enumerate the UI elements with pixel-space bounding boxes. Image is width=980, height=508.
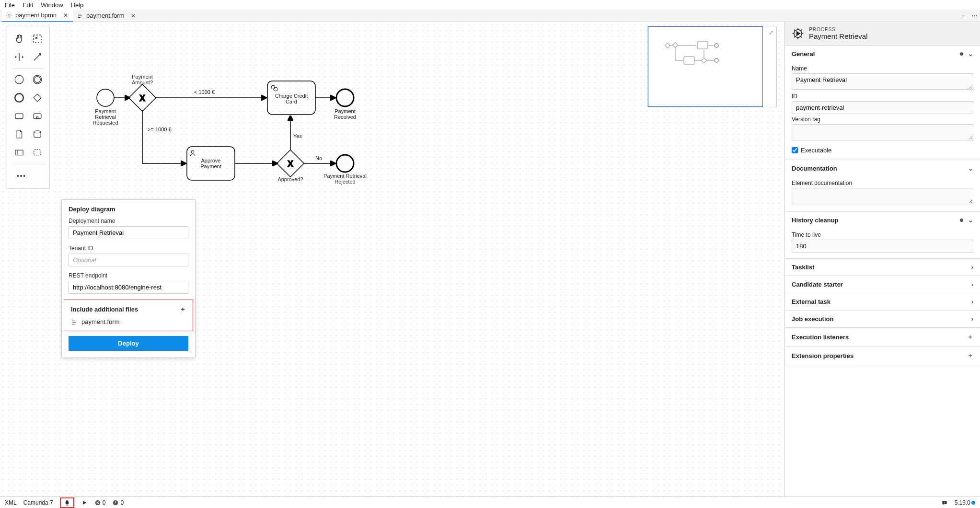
deploy-button[interactable]: Deploy <box>69 336 188 351</box>
process-icon <box>792 27 804 40</box>
deploy-icon[interactable] <box>60 497 74 508</box>
svg-rect-35 <box>684 57 694 64</box>
gear-icon <box>6 12 12 19</box>
tabbar: payment.bpmn ✕ payment.form ✕ ＋ ⋯ <box>0 10 980 22</box>
tenant-id-label: Tenant ID <box>69 245 188 252</box>
include-files-section: Include additional files ＋ payment.form <box>64 300 193 331</box>
file-name: payment.form <box>81 318 119 325</box>
tab-label: payment.bpmn <box>15 12 57 19</box>
include-files-label: Include additional files <box>71 306 138 313</box>
group-history-header[interactable]: History cleanup ⌄ <box>785 212 980 229</box>
more-menu-icon[interactable]: ⋯ <box>968 12 980 19</box>
task-approve-label: Approve Payment <box>192 158 230 169</box>
properties-title: Payment Retrieval <box>809 32 868 40</box>
svg-point-37 <box>715 58 718 62</box>
start-event-label: Payment Retrieval Requested <box>86 108 125 126</box>
gateway-approved-label: Approved? <box>271 176 310 182</box>
tab-payment-form[interactable]: payment.form ✕ <box>73 10 140 22</box>
menu-file[interactable]: File <box>5 1 15 9</box>
tab-payment-bpmn[interactable]: payment.bpmn ✕ <box>2 10 73 22</box>
doc-label: Element documentation <box>792 180 973 186</box>
svg-rect-33 <box>697 41 708 49</box>
prop-version-label: Version tag <box>792 116 973 123</box>
prop-version-input[interactable] <box>792 124 973 140</box>
properties-header: PROCESS Payment Retrieval <box>785 22 980 46</box>
edge-lt-label: < 1000 € <box>194 89 215 95</box>
svg-rect-36 <box>701 58 706 63</box>
ttl-label: Time to live <box>792 231 973 238</box>
errors-count[interactable]: 0 <box>94 499 106 506</box>
tenant-id-input[interactable] <box>69 254 188 266</box>
prop-name-label: Name <box>792 65 973 72</box>
group-general-header[interactable]: General ⌄ <box>785 46 980 62</box>
deployment-name-input[interactable] <box>69 226 188 239</box>
add-file-icon[interactable]: ＋ <box>180 305 186 313</box>
canvas[interactable]: ••• X X <box>0 22 784 496</box>
svg-point-31 <box>666 44 669 47</box>
edge-no-label: No <box>315 155 322 161</box>
executable-label: Executable <box>801 147 831 154</box>
run-icon[interactable] <box>81 499 88 506</box>
svg-text:X: X <box>139 93 145 103</box>
plus-icon[interactable]: ＋ <box>967 333 973 341</box>
svg-point-24 <box>336 89 354 106</box>
add-tab-icon[interactable]: ＋ <box>957 12 968 20</box>
chevron-right-icon: › <box>971 298 973 305</box>
svg-point-21 <box>191 150 194 153</box>
gateway-amount-label: Payment Amount? <box>123 74 161 85</box>
ttl-input[interactable] <box>792 240 973 253</box>
plus-icon[interactable]: ＋ <box>967 351 973 360</box>
deployment-name-label: Deployment name <box>69 218 188 224</box>
menu-edit[interactable]: Edit <box>23 1 33 9</box>
form-icon <box>77 12 83 19</box>
properties-supertitle: PROCESS <box>809 27 868 32</box>
panel-resize-handle[interactable] <box>383 494 402 496</box>
svg-point-25 <box>336 155 354 172</box>
svg-point-18 <box>271 85 275 89</box>
menu-window[interactable]: Window <box>41 1 63 9</box>
tab-label: payment.form <box>86 12 124 19</box>
group-job-execution-header[interactable]: Job execution› <box>785 311 980 327</box>
file-row[interactable]: payment.form <box>71 318 186 326</box>
properties-panel: PROCESS Payment Retrieval General ⌄ Name… <box>784 22 980 496</box>
deploy-popup-title: Deploy diagram <box>62 200 195 216</box>
group-candidate-header[interactable]: Candidate starter› <box>785 276 980 293</box>
prop-id-input[interactable] <box>792 101 973 114</box>
chevron-down-icon: ⌄ <box>968 217 973 224</box>
update-dot-icon <box>971 501 975 505</box>
close-icon[interactable]: ✕ <box>131 12 136 19</box>
svg-point-0 <box>8 14 10 16</box>
status-version[interactable]: 5.19.0 <box>955 499 975 506</box>
group-external-task-header[interactable]: External task› <box>785 293 980 310</box>
group-execution-listeners-header[interactable]: Execution listeners＋ <box>785 328 980 346</box>
group-documentation-header[interactable]: Documentation ⌄ <box>785 160 980 177</box>
doc-textarea[interactable] <box>792 188 973 204</box>
deploy-popup: Deploy diagram Deployment name Tenant ID… <box>61 199 196 358</box>
expand-icon[interactable]: ⤢ <box>769 29 773 36</box>
chevron-down-icon: ⌄ <box>968 50 973 58</box>
status-engine[interactable]: Camunda 7 <box>23 499 53 506</box>
prop-name-input[interactable]: Payment Retrieval <box>792 73 973 90</box>
chevron-right-icon: › <box>971 315 973 323</box>
group-tasklist-header[interactable]: Tasklist› <box>785 259 980 276</box>
end-received-label: Payment Received <box>326 108 364 120</box>
chevron-down-icon: ⌄ <box>968 165 973 172</box>
modified-dot-icon <box>960 52 963 56</box>
edge-ge-label: >= 1000 € <box>148 127 172 132</box>
statusbar: XML Camunda 7 0 0 5.19.0 <box>0 496 980 508</box>
svg-text:X: X <box>288 159 293 169</box>
form-icon <box>71 318 78 326</box>
chevron-right-icon: › <box>971 281 973 288</box>
menu-help[interactable]: Help <box>71 1 84 9</box>
group-extension-props-header[interactable]: Extension properties＋ <box>785 346 980 365</box>
minimap[interactable]: ⤢ <box>647 26 777 107</box>
close-icon[interactable]: ✕ <box>63 12 68 19</box>
status-xml[interactable]: XML <box>5 499 17 506</box>
executable-checkbox[interactable] <box>792 147 798 153</box>
feedback-icon[interactable] <box>941 499 948 506</box>
workarea: ••• X X <box>0 22 980 496</box>
rest-endpoint-input[interactable] <box>69 281 188 294</box>
warnings-count[interactable]: 0 <box>112 499 124 506</box>
menubar: File Edit Window Help <box>0 0 980 10</box>
end-rejected-label: Payment Retrieval Rejected <box>321 173 369 185</box>
